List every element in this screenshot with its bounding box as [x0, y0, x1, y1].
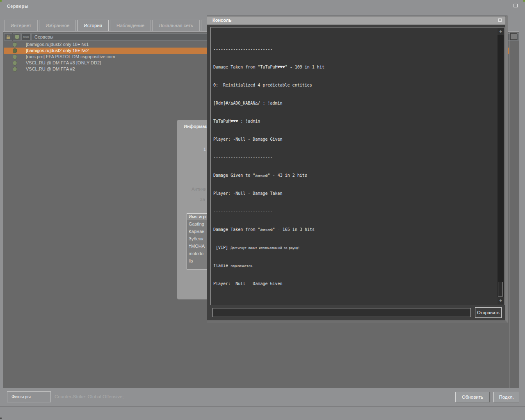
corner-artifact [0, 418, 2, 419]
list-scrollbar-track[interactable] [509, 32, 509, 388]
console-line: [Rdm]#/∆ADO_KABAN∆/ : !admin [213, 101, 497, 105]
vac-shield-icon [13, 61, 17, 66]
tab[interactable]: Интернет [4, 20, 38, 31]
server-name: VSCL.RU @ DM FFA #2 [26, 66, 75, 72]
connect-button[interactable]: Подкл. [493, 392, 519, 402]
mod-icon: MOD [23, 36, 29, 38]
console-send-button[interactable]: Отправить [475, 307, 502, 318]
vac-shield-icon [13, 48, 17, 53]
filters-button[interactable]: Фильтры [7, 391, 51, 402]
server-browser-window: Серверы Интернет Избранное История Наблю… [0, 0, 525, 420]
console-title: Консоль [212, 18, 231, 23]
scrollbar-thumb[interactable] [498, 282, 503, 297]
scroll-up-icon[interactable]: ◆ [498, 28, 504, 35]
dialog-title: Информаци [184, 124, 210, 129]
secure-column-header[interactable] [13, 33, 21, 41]
window-title: Серверы [7, 4, 28, 9]
console-line: ------------------------ [213, 47, 497, 51]
server-name: [bamigos.ru]dust2 only 18+ №2 [26, 48, 89, 54]
console-scrollbar[interactable]: ◆ ◆ [498, 28, 504, 304]
console-line: flamie подключается. [213, 263, 497, 268]
tab[interactable]: Локальная сеть [152, 20, 200, 31]
corner-artifact [0, 0, 2, 2]
console-line: Player: -Null - Damage Taken [213, 191, 497, 196]
lock-icon [7, 37, 10, 39]
console-restore-icon[interactable] [498, 18, 502, 22]
tab[interactable]: История [77, 20, 109, 31]
console-titlebar[interactable]: Консоль [207, 16, 505, 25]
restore-icon[interactable] [514, 4, 518, 7]
refresh-button[interactable]: Обновить [455, 392, 490, 402]
console-line: TaTaPuH♥♥♥ : !admin [213, 119, 497, 123]
game-filter-label: Counter-Strike: Global Offensive; [55, 394, 124, 399]
server-address-fragment: 1 [203, 147, 206, 152]
vac-shield-icon [13, 55, 17, 59]
tab[interactable]: Наблюдение [110, 20, 151, 31]
console-line: Damage Taken from "TaTaPuH♥♥♥" - 109 in … [213, 65, 497, 69]
password-column-header[interactable] [4, 33, 12, 41]
console-line: Damage Taken from "Алексей" - 165 in 3 h… [213, 227, 497, 232]
vac-shield-icon [13, 67, 17, 72]
footer-divider [0, 406, 525, 406]
secure-label: За [200, 197, 205, 202]
vac-shield-icon [15, 34, 19, 40]
console-line: ------------------------ [213, 209, 497, 214]
console-output[interactable]: ------------------------ Damage Taken fr… [210, 27, 504, 305]
tab[interactable]: Избранное [39, 20, 76, 31]
list-scroll-up-button[interactable] [510, 33, 517, 40]
console-line: ------------------------ [213, 299, 497, 304]
server-name: [rucs.pro] FFA PISTOL DM csgopositive.co… [26, 54, 115, 60]
mod-column-header[interactable]: MOD [21, 33, 31, 41]
tab-bar: Интернет Избранное История Наблюдение Ло… [4, 20, 222, 31]
console-line: ------------------------ [213, 155, 497, 160]
console-line: Player: -Null - Damage Given [213, 137, 497, 142]
console-line: 0: Reinitialized 4 predictable entities [213, 83, 497, 87]
console-window: Консоль ------------------------ Damage … [207, 16, 508, 323]
corner-artifact [523, 0, 525, 2]
server-name: VSCL.RU @ DM FFA #3 [ONLY DD2] [26, 60, 101, 66]
console-line: Player: -Null - Damage Given [213, 281, 497, 286]
server-name: [bamigos.ru]dust2 only 18+ №1 [26, 41, 89, 48]
console-line: Damage Given to "Алексей" - 43 in 2 hits [213, 173, 497, 178]
scroll-down-icon[interactable]: ◆ [498, 297, 504, 304]
anticheat-label: Античи [192, 187, 206, 192]
console-log: ------------------------ Damage Taken fr… [213, 29, 497, 305]
console-command-input[interactable] [212, 308, 471, 317]
vac-shield-icon [13, 42, 17, 47]
console-line: [VIP] Достигнут лимит использований за р… [213, 245, 497, 250]
